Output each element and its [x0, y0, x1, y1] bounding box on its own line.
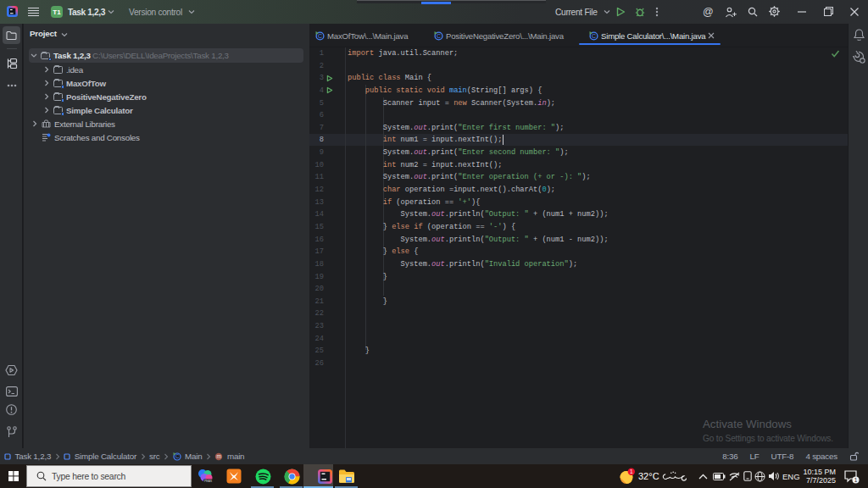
svg-text:C: C — [175, 453, 179, 459]
svg-text:PEAS: PEAS — [203, 480, 212, 483]
svg-text:C: C — [437, 33, 441, 39]
svg-text:C: C — [592, 33, 596, 39]
svg-text:m: m — [217, 453, 221, 459]
svg-text:C: C — [318, 33, 322, 39]
svg-text:1: 1 — [630, 469, 633, 474]
svg-text:1: 1 — [854, 477, 858, 483]
